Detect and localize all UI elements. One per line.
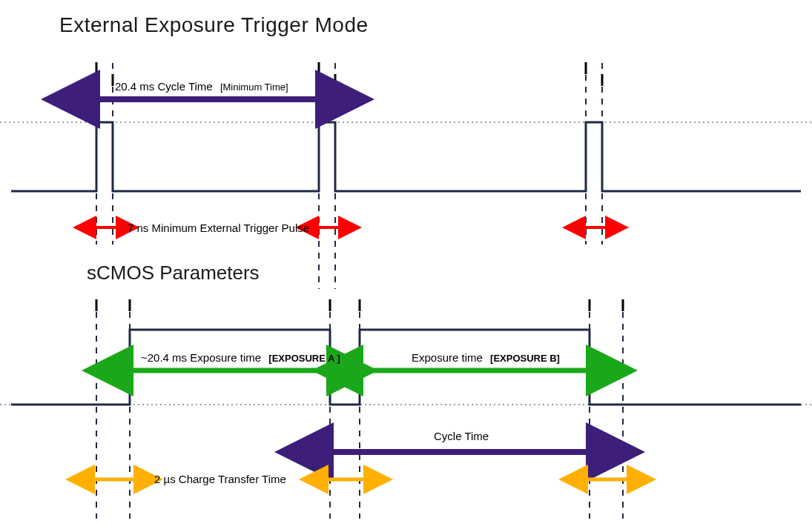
label-charge-transfer: 2 µs Charge Transfer Time <box>154 473 286 485</box>
label-exposure-b: Exposure time [EXPOSURE B] <box>412 351 560 364</box>
label-exposure-b-value: Exposure time <box>412 351 483 364</box>
label-exposure-a: ~20.4 ms Exposure time [EXPOSURE A ] <box>141 351 340 364</box>
label-exposure-a-tag: [EXPOSURE A ] <box>264 353 340 364</box>
bottom-tick-marks <box>96 299 623 311</box>
label-cycle-time-value: 20.4 ms Cycle Time <box>115 80 213 93</box>
label-exposure-b-tag: [EXPOSURE B] <box>486 353 560 364</box>
label-cycle-time-min: [Minimum Time] <box>216 82 288 93</box>
label-exposure-a-value: ~20.4 ms Exposure time <box>141 351 261 364</box>
label-trigger-pulse: 7 ns Minimum External Trigger Pulse <box>128 222 309 234</box>
timing-diagram-canvas: External Exposure Trigger Mode sCMOS Par… <box>0 0 812 532</box>
label-cycle-time-top: 20.4 ms Cycle Time [Minimum Time] <box>115 80 288 93</box>
external-trigger-waveform <box>11 122 801 191</box>
label-cycle-time-bottom: Cycle Time <box>434 430 489 442</box>
